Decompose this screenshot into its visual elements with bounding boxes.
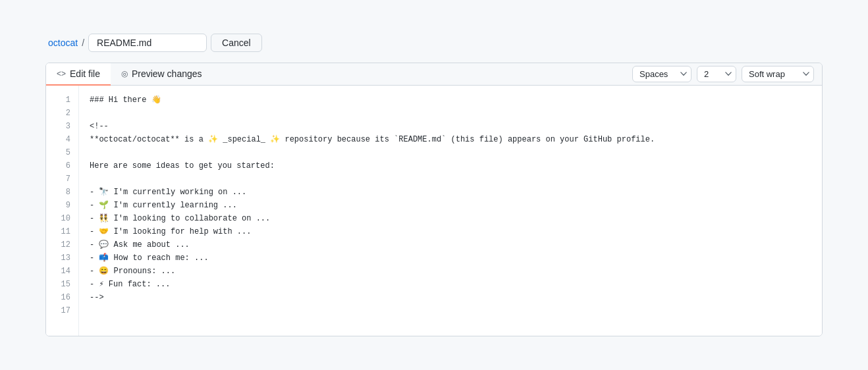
line-number: 15 [46,278,78,291]
breadcrumb-user-link[interactable]: octocat [48,38,78,48]
line-number: 11 [46,225,78,238]
code-line: - 🤝 I'm looking for help with ... [90,225,822,238]
line-number: 8 [46,186,78,199]
filename-input[interactable] [88,34,207,52]
line-number: 3 [46,120,78,133]
code-line: **octocat/octocat** is a ✨ _special_ ✨ r… [90,133,822,146]
code-line [90,107,822,120]
tab-preview-changes-label: Preview changes [132,68,202,79]
code-line [90,172,822,186]
line-number: 10 [46,212,78,225]
spaces-select[interactable]: Spaces Tabs [632,66,692,82]
code-line: - ⚡ Fun fact: ... [90,278,822,291]
breadcrumb: octocat / Cancel [45,34,823,52]
tab-preview-changes[interactable]: ◎ Preview changes [111,63,213,86]
line-number: 14 [46,265,78,278]
editor-toolbar: <> Edit file ◎ Preview changes Spaces Ta… [46,63,822,86]
line-number: 17 [46,304,78,317]
code-line: <!-- [90,120,822,133]
editor-body: 1234567891011121314151617 ### Hi there 👋… [46,86,822,336]
preview-changes-icon: ◎ [121,69,128,78]
line-number: 9 [46,199,78,212]
line-number: 5 [46,146,78,159]
indent-select[interactable]: 2 4 8 [697,66,736,82]
toolbar-right: Spaces Tabs 2 4 8 Soft wrap No wrap [632,66,822,82]
line-number: 16 [46,291,78,304]
breadcrumb-separator: / [82,38,84,48]
line-number: 6 [46,159,78,172]
line-number: 1 [46,93,78,107]
line-number: 4 [46,133,78,146]
tab-edit-file[interactable]: <> Edit file [46,63,111,86]
soft-wrap-select[interactable]: Soft wrap No wrap [742,66,814,82]
code-line [90,146,822,159]
code-line: --> [90,291,822,304]
line-numbers: 1234567891011121314151617 [46,86,79,336]
edit-file-icon: <> [57,69,66,78]
code-line: - 🔭 I'm currently working on ... [90,186,822,199]
page-wrapper: octocat / Cancel <> Edit file ◎ Preview … [45,20,823,350]
code-line: Here are some ideas to get you started: [90,159,822,172]
code-line [90,304,822,317]
code-line: ### Hi there 👋 [90,93,822,107]
code-line: - 👯 I'm looking to collaborate on ... [90,212,822,225]
cancel-button[interactable]: Cancel [211,34,262,52]
code-line: - 😄 Pronouns: ... [90,265,822,278]
line-number: 7 [46,172,78,186]
line-number: 13 [46,251,78,265]
code-line: - 📫 How to reach me: ... [90,251,822,265]
code-line: - 💬 Ask me about ... [90,238,822,251]
code-line: - 🌱 I'm currently learning ... [90,199,822,212]
editor-container: <> Edit file ◎ Preview changes Spaces Ta… [45,63,823,336]
line-number: 12 [46,238,78,251]
line-number: 2 [46,107,78,120]
code-content[interactable]: ### Hi there 👋 <!--**octocat/octocat** i… [79,86,822,336]
tab-edit-file-label: Edit file [70,68,100,79]
